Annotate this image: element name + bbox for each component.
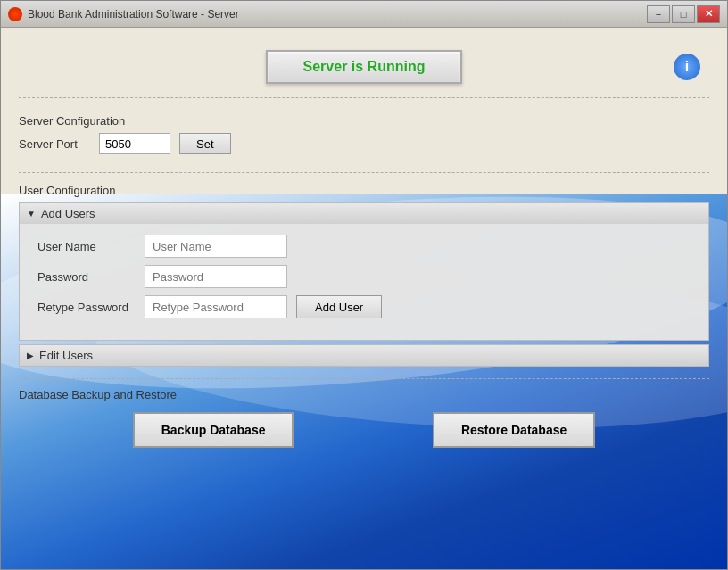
user-config-section: User Configuration ▼ Add Users User Name… (19, 180, 709, 374)
add-user-button[interactable]: Add User (296, 295, 382, 318)
title-bar: Blood Bank Administration Software - Ser… (1, 1, 727, 28)
info-icon-label: i (685, 59, 689, 75)
add-users-arrow-icon: ▼ (27, 209, 36, 219)
server-port-row: Server Port Set (19, 133, 709, 154)
divider-3 (19, 378, 709, 379)
add-users-panel-header[interactable]: ▼ Add Users (20, 203, 708, 224)
edit-users-panel-title: Edit Users (39, 349, 93, 362)
window-title: Blood Bank Administration Software - Ser… (28, 8, 239, 21)
content-area: Server is Running i Server Configuration… (1, 28, 727, 569)
edit-users-arrow-icon: ▶ (27, 351, 34, 360)
info-icon[interactable]: i (674, 54, 700, 80)
username-input[interactable] (145, 235, 287, 258)
server-port-label: Server Port (19, 137, 90, 151)
user-config-title: User Configuration (19, 184, 709, 197)
retype-password-row: Retype Password Add User (37, 295, 691, 318)
edit-users-panel-header[interactable]: ▶ Edit Users (20, 345, 708, 366)
window-body: Server is Running i Server Configuration… (1, 28, 727, 569)
main-window: Blood Bank Administration Software - Ser… (0, 0, 728, 570)
minimize-button[interactable]: − (647, 5, 670, 23)
username-label: User Name (37, 240, 136, 253)
add-users-panel: ▼ Add Users User Name Password (19, 202, 709, 341)
server-status-button[interactable]: Server is Running (266, 50, 463, 84)
edit-users-panel: ▶ Edit Users (19, 344, 709, 367)
divider-1 (19, 97, 709, 98)
add-users-panel-body: User Name Password Retype Password Add U… (20, 224, 708, 340)
database-buttons-row: Backup Database Restore Database (19, 412, 709, 448)
username-row: User Name (37, 235, 691, 258)
restore-button[interactable]: □ (672, 5, 695, 23)
add-users-panel-title: Add Users (41, 207, 95, 220)
database-section-title: Database Backup and Restore (19, 388, 709, 401)
backup-database-button[interactable]: Backup Database (133, 412, 294, 448)
server-config-title: Server Configuration (19, 114, 709, 128)
database-section: Database Backup and Restore Backup Datab… (19, 388, 709, 448)
password-input[interactable] (145, 265, 287, 288)
retype-password-label: Retype Password (37, 301, 136, 314)
close-button[interactable]: ✕ (697, 5, 720, 23)
title-bar-left: Blood Bank Administration Software - Ser… (8, 7, 239, 21)
password-row: Password (37, 265, 691, 288)
divider-2 (19, 172, 709, 173)
title-bar-controls: − □ ✕ (647, 5, 720, 23)
app-icon (8, 7, 22, 21)
password-label: Password (37, 270, 136, 284)
server-config-section: Server Configuration Server Port Set (19, 103, 709, 168)
retype-password-input[interactable] (145, 295, 287, 318)
server-status-row: Server is Running i (19, 37, 709, 93)
restore-database-button[interactable]: Restore Database (433, 412, 595, 448)
server-port-input[interactable] (99, 133, 170, 154)
set-button[interactable]: Set (179, 133, 231, 154)
